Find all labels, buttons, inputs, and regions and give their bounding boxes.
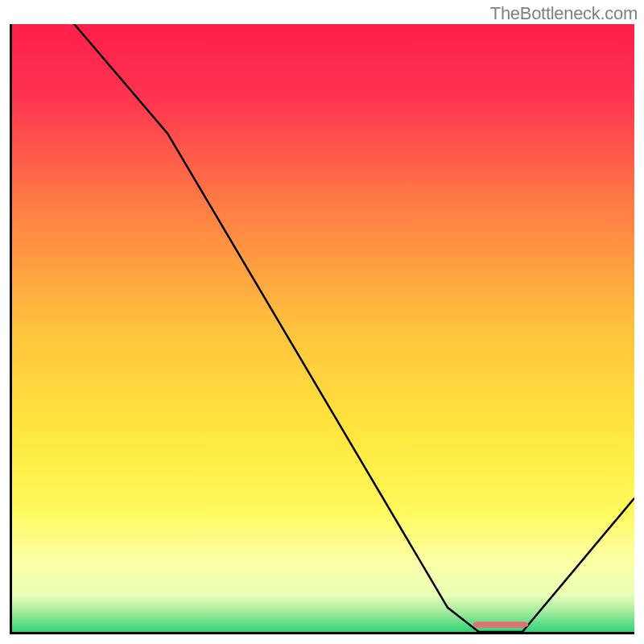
- plot-area: [12, 24, 634, 632]
- optimal-marker: [12, 24, 634, 632]
- svg-rect-1: [473, 621, 529, 628]
- chart-frame: [10, 24, 634, 634]
- watermark-text: TheBottleneck.com: [490, 3, 638, 24]
